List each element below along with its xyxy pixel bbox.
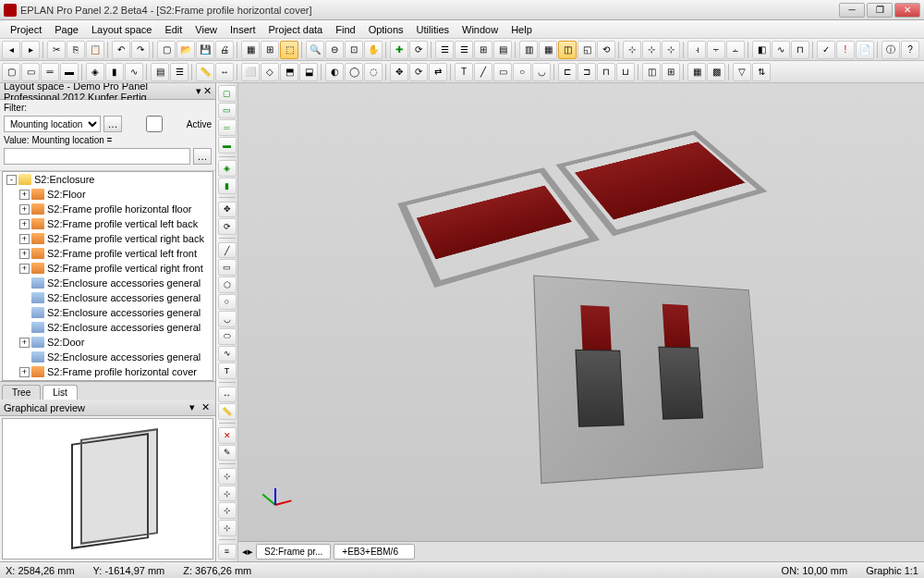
tb2-s1-icon[interactable]: ◫ [642, 63, 661, 81]
vt1-dim-icon[interactable]: ↔ [218, 387, 237, 403]
viewport-tab-input[interactable] [342, 547, 407, 557]
tb2-front-icon[interactable]: ⬜ [241, 63, 260, 81]
tab-nav-icon[interactable]: ◂▸ [242, 546, 253, 558]
tb-terminal-icon[interactable]: ⊓ [791, 41, 809, 59]
tb2-hidden-icon[interactable]: ◌ [364, 63, 383, 81]
tb-list2-icon[interactable]: ☰ [455, 41, 473, 59]
tb-snap3-icon[interactable]: ⊹ [662, 41, 680, 59]
tb2-iso-icon[interactable]: ◇ [261, 63, 279, 81]
tb-report-icon[interactable]: 📄 [856, 41, 874, 59]
vt1-enclosure-icon[interactable]: ▢ [218, 85, 237, 102]
tree-item[interactable]: +S2:Frame profile vertical left back [3, 216, 213, 231]
tb2-wire-icon[interactable]: ◯ [345, 63, 363, 81]
tb-redo-icon[interactable]: ↷ [131, 41, 150, 59]
preview-dropdown-icon[interactable]: ▾ [186, 401, 199, 414]
tb2-move-icon[interactable]: ✥ [390, 63, 408, 81]
tree-item[interactable]: +S2:Frame profile vertical right front [3, 261, 213, 276]
tb-next-icon[interactable]: ▸ [21, 41, 40, 59]
tb-rotate-icon[interactable]: ⟲ [597, 41, 615, 59]
tb-wire-icon[interactable]: ∿ [772, 41, 790, 59]
tb-copy-icon[interactable]: ⎘ [67, 41, 85, 59]
tb2-side-icon[interactable]: ⬓ [299, 63, 318, 81]
tb-print-icon[interactable]: 🖨 [215, 41, 234, 59]
tree-expand-icon[interactable]: + [19, 204, 30, 215]
tb-align1-icon[interactable]: ⫞ [687, 41, 706, 59]
panel-close-icon[interactable]: ✕ [203, 85, 212, 98]
tb2-c1-icon[interactable]: ▦ [687, 63, 706, 81]
tb-new-icon[interactable]: ▢ [157, 41, 176, 59]
tb-select-icon[interactable]: ◱ [578, 41, 596, 59]
tb2-plate-icon[interactable]: ▭ [21, 63, 40, 81]
tb2-rotate-icon[interactable]: ⟳ [409, 63, 428, 81]
vt1-snap1-icon[interactable]: ⊹ [218, 468, 237, 485]
tree-item[interactable]: S2:Enclosure accessories general [3, 290, 213, 305]
vt1-measure-icon[interactable]: 📏 [218, 403, 237, 420]
tb2-a4-icon[interactable]: ⊔ [616, 63, 635, 81]
tb2-a1-icon[interactable]: ⊏ [558, 63, 577, 81]
tree-expand-icon[interactable]: + [19, 190, 30, 200]
vt1-poly-icon[interactable]: ⬡ [218, 277, 237, 293]
tree-item[interactable]: +S2:Frame profile horizontal cover [3, 364, 213, 379]
tb-pan-icon[interactable]: ✋ [364, 41, 383, 59]
tb2-a3-icon[interactable]: ⊓ [597, 63, 615, 81]
3d-viewport[interactable] [238, 83, 924, 541]
tb2-a2-icon[interactable]: ⊐ [578, 63, 596, 81]
vt1-arc-icon[interactable]: ◡ [218, 311, 237, 327]
vt1-plate-icon[interactable]: ▭ [218, 103, 237, 119]
vt1-spline-icon[interactable]: ∿ [218, 346, 237, 363]
tb-list1-icon[interactable]: ☰ [435, 41, 454, 59]
tb2-text-icon[interactable]: T [455, 63, 473, 81]
tb-view3d-icon[interactable]: ⬚ [280, 41, 298, 59]
tb2-measure-icon[interactable]: 📏 [196, 63, 214, 81]
tb2-mirror-icon[interactable]: ⇄ [429, 63, 447, 81]
tree-expand-icon[interactable]: + [19, 264, 30, 274]
tb-zoom-fit-icon[interactable]: ⊡ [345, 41, 363, 59]
filter-active-checkbox[interactable] [125, 116, 184, 132]
tb2-enclosure-icon[interactable]: ▢ [2, 63, 20, 81]
vt1-edit-icon[interactable]: ✎ [218, 445, 237, 461]
tree-item[interactable]: +S2:Frame profile vertical right back [3, 231, 213, 246]
tb-paste-icon[interactable]: 📋 [86, 41, 104, 59]
panel-dropdown-icon[interactable]: ▾ [195, 85, 203, 98]
tb2-c2-icon[interactable]: ▩ [707, 63, 725, 81]
tb-add-icon[interactable]: ✚ [390, 41, 408, 59]
tree-expand-icon[interactable]: + [19, 338, 30, 348]
tb-info-icon[interactable]: ⓘ [881, 41, 900, 59]
tree-item[interactable]: +S2:Frame profile vertical left front [3, 246, 213, 261]
value-input[interactable] [4, 148, 190, 165]
tb2-rect-icon[interactable]: ▭ [493, 63, 512, 81]
viewport-tab-1[interactable]: S2:Frame pr... [256, 544, 331, 560]
tree-item[interactable]: +S2:Frame profile horizontal floor [3, 202, 213, 216]
tb2-device-icon[interactable]: ◈ [86, 63, 104, 81]
vt1-line-icon[interactable]: ╱ [218, 242, 237, 259]
tree-item[interactable]: +S2:Door [3, 335, 213, 350]
menu-project-data[interactable]: Project data [262, 22, 330, 37]
tree-item[interactable]: S2:Enclosure accessories general [3, 305, 213, 320]
tb-open-icon[interactable]: 📂 [176, 41, 195, 59]
tb-component-icon[interactable]: ◧ [752, 41, 771, 59]
menu-page[interactable]: Page [48, 22, 85, 37]
tree-expand-icon[interactable]: - [6, 175, 17, 185]
vt1-device-icon[interactable]: ◈ [218, 160, 237, 177]
menu-find[interactable]: Find [329, 22, 361, 37]
close-button[interactable]: ✕ [894, 3, 920, 18]
vt1-layer-icon[interactable]: ≡ [218, 544, 237, 560]
tb2-arc-icon[interactable]: ◡ [532, 63, 551, 81]
menu-project[interactable]: Project [4, 22, 48, 37]
tb2-duct-icon[interactable]: ▬ [60, 63, 79, 81]
tb-zoom-in-icon[interactable]: 🔍 [306, 41, 324, 59]
tree-expand-icon[interactable]: + [19, 219, 30, 229]
tree-expand-icon[interactable]: + [19, 249, 30, 259]
viewport-tab-2[interactable] [334, 544, 415, 560]
vt1-snap4-icon[interactable]: ⊹ [218, 520, 237, 536]
tree-item[interactable]: S2:Enclosure accessories general [3, 350, 213, 364]
tree-item[interactable]: -S2:Enclosure [3, 172, 213, 187]
tb-error-icon[interactable]: ! [836, 41, 855, 59]
vt1-delete-icon[interactable]: ✕ [218, 427, 237, 444]
value-browse-button[interactable]: … [193, 148, 212, 165]
tb-undo-icon[interactable]: ↶ [112, 41, 130, 59]
tb2-top-icon[interactable]: ⬒ [280, 63, 298, 81]
tb-help-icon[interactable]: ? [901, 41, 919, 59]
vt1-rect-icon[interactable]: ▭ [218, 259, 237, 276]
tb-align3-icon[interactable]: ⫠ [726, 41, 745, 59]
